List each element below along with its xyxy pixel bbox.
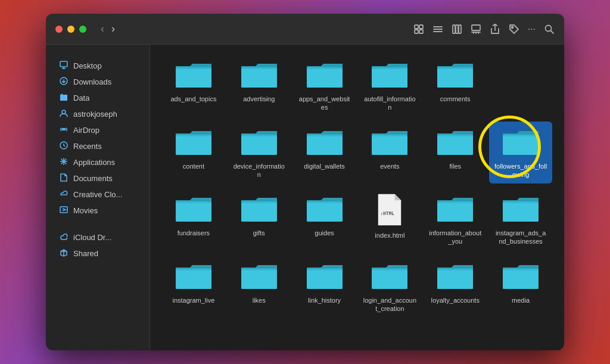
sidebar-icon-data — [59, 93, 69, 103]
sidebar-label-airdrop: AirDrop — [73, 126, 99, 135]
sidebar-item-shared[interactable]: Shared — [49, 245, 146, 262]
sidebar-label-creative-cloud: Creative Clo... — [73, 190, 122, 199]
file-item-media[interactable]: media — [489, 256, 552, 318]
traffic-lights — [55, 26, 86, 33]
file-icon-content — [175, 126, 213, 160]
sidebar-icon-icloud-drive — [59, 232, 69, 242]
file-icon-instagram_ads_and_businesses — [502, 193, 540, 226]
file-item-events[interactable]: events — [359, 122, 422, 184]
file-item-followers_and_following[interactable]: followers_and_following — [489, 122, 552, 184]
sidebar-label-icloud-drive: iCloud Dr... — [73, 233, 111, 242]
sidebar-icon-airdrop — [59, 125, 69, 135]
sidebar-label-downloads: Downloads — [73, 77, 111, 86]
svg-rect-0 — [415, 25, 418, 29]
file-item-files[interactable]: files — [424, 122, 487, 184]
column-view-button[interactable] — [452, 24, 462, 35]
list-view-button[interactable] — [432, 24, 443, 35]
sidebar-label-documents: Documents — [73, 174, 113, 183]
file-item-advertising[interactable]: advertising — [228, 54, 291, 117]
file-icon-fundraisers — [175, 193, 213, 226]
search-button[interactable] — [544, 24, 555, 35]
svg-rect-45 — [307, 201, 343, 222]
sidebar-label-shared: Shared — [73, 249, 98, 258]
tags-label — [46, 266, 150, 272]
svg-rect-7 — [453, 25, 455, 33]
forward-button[interactable]: › — [109, 21, 117, 36]
file-item-autofill_information[interactable]: autofill_information — [359, 54, 422, 117]
sidebar-item-data[interactable]: Data — [49, 90, 146, 106]
svg-rect-42 — [503, 135, 539, 155]
toolbar-icons: ··· — [413, 24, 555, 35]
sidebar-item-recents[interactable]: Recents — [49, 138, 146, 154]
svg-rect-48 — [503, 201, 539, 222]
file-label-loyalty_accounts: loyalty_accounts — [431, 296, 480, 304]
more-button[interactable]: ··· — [528, 24, 536, 35]
file-item-guides[interactable]: guides — [293, 188, 356, 251]
file-item-login_and_account_creation[interactable]: login_and_account_creation — [359, 256, 422, 318]
svg-rect-10 — [472, 25, 480, 30]
gallery-view-button[interactable] — [471, 24, 481, 35]
svg-rect-35 — [372, 67, 407, 88]
sidebar-item-desktop[interactable]: Desktop — [49, 58, 146, 74]
file-item-index_html[interactable]: :HTML index.html — [359, 188, 422, 251]
svg-rect-44 — [241, 201, 277, 222]
file-icon-loyalty_accounts — [436, 260, 474, 294]
icloud-label — [46, 223, 150, 229]
sidebar-label-data: Data — [73, 94, 89, 102]
file-item-instagram_ads_and_businesses[interactable]: instagram_ads_and_businesses — [489, 188, 552, 251]
sidebar-item-downloads[interactable]: Downloads — [49, 74, 146, 90]
sidebar-icon-recents — [59, 141, 69, 151]
sidebar-icon-applications — [59, 157, 69, 167]
file-grid: ads_and_topics advertising apps_and_webs… — [162, 54, 552, 318]
svg-rect-34 — [307, 67, 343, 88]
file-item-instagram_live[interactable]: instagram_live — [162, 256, 225, 318]
sidebar-item-documents[interactable]: Documents — [49, 170, 146, 186]
file-icon-information_about_you — [436, 193, 474, 226]
file-item-link_history[interactable]: link_history — [293, 256, 356, 318]
file-item-ads_and_topics[interactable]: ads_and_topics — [162, 54, 225, 117]
svg-rect-38 — [241, 135, 277, 155]
sidebar-label-desktop: Desktop — [73, 61, 102, 70]
svg-rect-43 — [176, 201, 211, 222]
tag-button[interactable] — [509, 24, 519, 35]
svg-rect-3 — [419, 30, 423, 33]
file-item-information_about_you[interactable]: information_about_you — [424, 188, 487, 251]
sidebar-item-astrokjoseph[interactable]: astrokjoseph — [49, 106, 146, 122]
minimize-button[interactable] — [67, 26, 74, 33]
svg-rect-2 — [415, 30, 418, 33]
file-item-device_information[interactable]: device_information — [228, 122, 291, 184]
maximize-button[interactable] — [79, 26, 86, 33]
favourites-label — [46, 52, 150, 58]
sidebar-item-creative-cloud[interactable]: Creative Clo... — [49, 186, 146, 203]
file-label-information_about_you: information_about_you — [428, 229, 482, 246]
file-item-content[interactable]: content — [162, 122, 225, 184]
sidebar-item-applications[interactable]: Applications — [49, 154, 146, 170]
svg-rect-36 — [437, 67, 473, 88]
svg-point-25 — [63, 129, 65, 130]
file-icon-comments — [436, 59, 474, 92]
file-item-loyalty_accounts[interactable]: loyalty_accounts — [424, 256, 487, 318]
icon-view-button[interactable] — [413, 24, 424, 35]
share-button[interactable] — [490, 24, 500, 35]
empty-cell — [489, 54, 552, 117]
sidebar-item-airdrop[interactable]: AirDrop — [49, 122, 146, 138]
sidebar-icon-creative-cloud — [59, 189, 69, 200]
sidebar-item-movies[interactable]: Movies — [49, 203, 146, 219]
file-icon-ads_and_topics — [175, 59, 213, 92]
file-label-digital_wallets: digital_wallets — [304, 162, 344, 170]
file-item-fundraisers[interactable]: fundraisers — [162, 188, 225, 251]
file-item-comments[interactable]: comments — [424, 54, 487, 117]
svg-rect-54 — [503, 269, 539, 289]
svg-rect-37 — [176, 135, 211, 155]
sidebar-item-icloud-drive[interactable]: iCloud Dr... — [49, 229, 146, 245]
svg-rect-51 — [307, 269, 343, 289]
sidebar-icon-movies — [59, 206, 69, 216]
svg-text::HTML: :HTML — [381, 211, 395, 216]
file-item-apps_and_websites[interactable]: apps_and_websites — [293, 54, 356, 117]
back-button[interactable]: ‹ — [98, 21, 107, 36]
file-item-digital_wallets[interactable]: digital_wallets — [293, 122, 356, 184]
file-label-autofill_information: autofill_information — [363, 95, 416, 112]
file-item-likes[interactable]: likes — [228, 256, 291, 318]
close-button[interactable] — [55, 26, 63, 33]
file-item-gifts[interactable]: gifts — [228, 188, 291, 251]
